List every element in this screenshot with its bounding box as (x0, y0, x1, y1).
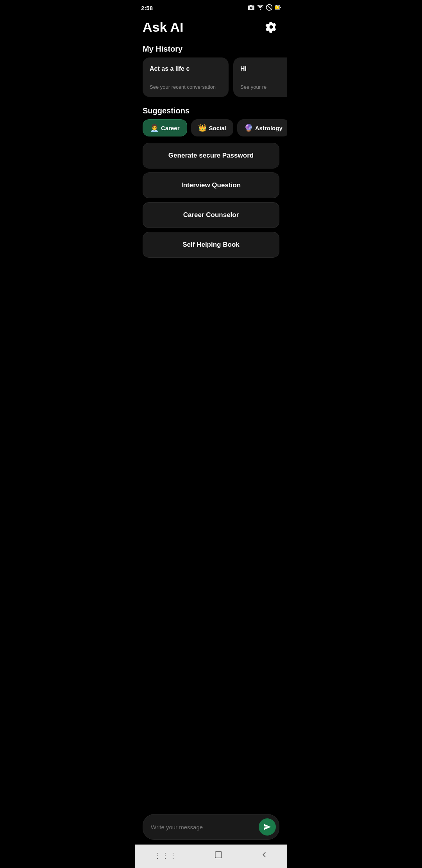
suggestion-item-3-text: Career Counselor (151, 211, 271, 219)
social-emoji: 👑 (198, 124, 207, 132)
header: Ask AI (135, 14, 287, 38)
suggestion-item-1[interactable]: Generate secure Password (143, 143, 279, 169)
history-card-1-sub: See your recent conversation (150, 84, 222, 90)
history-scroll: Act as a life c See your recent conversa… (135, 57, 287, 100)
suggestion-item-2[interactable]: Interview Question (143, 172, 279, 198)
suggestion-item-4-text: Self Helping Book (151, 241, 271, 249)
nav-home-button[interactable] (206, 848, 231, 863)
svg-rect-8 (280, 7, 281, 8)
suggestion-item-3[interactable]: Career Counselor (143, 202, 279, 228)
settings-button[interactable] (263, 19, 279, 35)
chip-social-label: Social (209, 125, 226, 131)
suggestion-item-4[interactable]: Self Helping Book (143, 232, 279, 258)
history-card-1[interactable]: Act as a life c See your recent conversa… (143, 57, 229, 97)
no-notif-icon (266, 4, 272, 12)
status-time: 2:58 (141, 5, 153, 11)
svg-line-6 (267, 5, 272, 10)
message-input-area (135, 808, 287, 845)
career-emoji: 🧑‍💼 (150, 124, 159, 132)
history-card-2-title: Hi (240, 65, 287, 72)
nav-recent-button[interactable]: ⋮⋮⋮ (146, 848, 185, 863)
recent-icon: ⋮⋮⋮ (154, 851, 177, 860)
chip-social[interactable]: 👑 Social (191, 119, 233, 136)
nav-bar: ⋮⋮⋮ (135, 845, 287, 868)
chip-astrology-label: Astrology (255, 125, 283, 131)
svg-rect-3 (250, 5, 252, 6)
message-input[interactable] (151, 824, 259, 830)
status-bar: 2:58 (135, 0, 287, 14)
chips-scroll: 🧑‍💼 Career 👑 Social 🔮 Astrology 🎭 Arts (135, 119, 287, 143)
suggestions-section-label: Suggestions (135, 100, 287, 119)
send-icon (263, 823, 271, 831)
svg-point-2 (251, 7, 252, 8)
message-input-container (143, 814, 279, 840)
svg-rect-13 (215, 851, 222, 858)
chip-career[interactable]: 🧑‍💼 Career (143, 119, 187, 136)
history-card-1-title: Act as a life c (150, 65, 222, 72)
app-title: Ask AI (143, 20, 184, 35)
suggestions-list: Generate secure Password Interview Quest… (135, 143, 287, 808)
suggestion-item-1-text: Generate secure Password (151, 152, 271, 160)
chip-astrology[interactable]: 🔮 Astrology (237, 119, 287, 136)
history-section-label: My History (135, 38, 287, 57)
battery-icon (275, 5, 281, 11)
suggestion-item-2-text: Interview Question (151, 181, 271, 189)
back-icon (260, 850, 268, 861)
send-button[interactable] (259, 818, 276, 836)
status-icons (248, 4, 281, 12)
history-card-2-sub: See your re (240, 84, 287, 90)
gear-icon (265, 21, 277, 33)
chip-career-label: Career (161, 125, 180, 131)
nav-back-button[interactable] (252, 848, 276, 863)
photo-icon (248, 5, 254, 11)
history-card-2[interactable]: Hi See your re (233, 57, 287, 97)
astrology-emoji: 🔮 (244, 124, 253, 132)
home-icon (214, 850, 223, 861)
svg-point-4 (260, 9, 261, 9)
wifi-icon (257, 5, 264, 11)
